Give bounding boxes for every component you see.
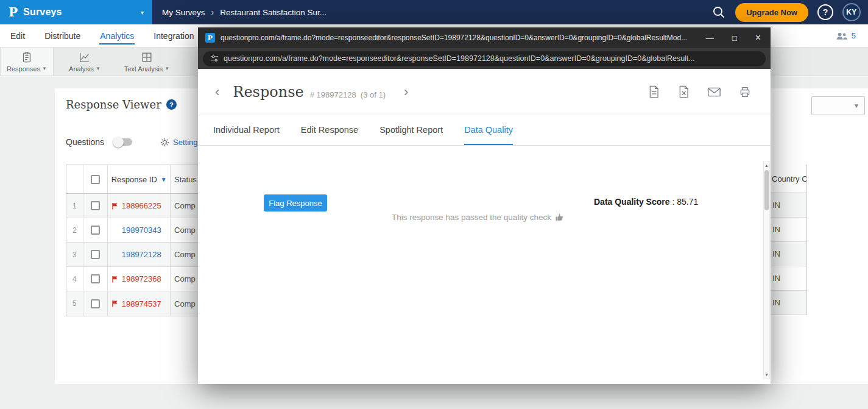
- export-actions: [648, 85, 751, 98]
- window-title: questionpro.com/a/frame.do?mode=response…: [221, 34, 692, 42]
- scroll-down-icon[interactable]: ▼: [764, 371, 769, 379]
- nav-item-integration[interactable]: Integration: [153, 25, 194, 47]
- nav-item-edit[interactable]: Edit: [10, 25, 26, 47]
- flag-icon: [111, 202, 119, 210]
- envelope-icon: [708, 87, 721, 97]
- scrollbar-thumb[interactable]: [764, 170, 769, 210]
- next-response-icon[interactable]: ›: [399, 84, 413, 100]
- flag-response-button[interactable]: Flag Response: [264, 194, 327, 212]
- flag-icon: [111, 276, 119, 283]
- product-switcher[interactable]: P Surveys ▾: [0, 0, 152, 24]
- help-badge-icon[interactable]: ?: [166, 99, 177, 110]
- user-avatar[interactable]: KY: [842, 3, 861, 21]
- row-number: 2: [66, 218, 83, 242]
- settings-link[interactable]: Settings: [173, 138, 202, 147]
- tab-individual-report[interactable]: Individual Report: [213, 115, 280, 145]
- gear-icon: [160, 138, 169, 147]
- page-title: Response Viewer: [66, 98, 161, 111]
- toolbar-item-responses[interactable]: Responses▼: [0, 48, 54, 76]
- breadcrumb-survey-name[interactable]: Restaurant Satisfaction Sur...: [220, 8, 326, 17]
- quality-check-message: This response has passed the quality che…: [392, 213, 564, 222]
- response-title: Response: [233, 84, 303, 101]
- row-number: 5: [66, 291, 83, 316]
- print-button[interactable]: [739, 86, 751, 98]
- pdf-export-button[interactable]: [648, 85, 660, 98]
- url-pill[interactable]: questionpro.com/a/frame.do?mode=response…: [203, 51, 766, 66]
- modal-scrollbar[interactable]: ▲ ▼: [763, 162, 770, 379]
- breadcrumb: My Surveys › Restaurant Satisfaction Sur…: [162, 7, 326, 17]
- maximize-button[interactable]: □: [732, 34, 737, 42]
- minimize-button[interactable]: —: [706, 34, 714, 42]
- address-bar[interactable]: questionpro.com/a/frame.do?mode=response…: [198, 48, 771, 69]
- window-titlebar[interactable]: P questionpro.com/a/frame.do?mode=respon…: [198, 27, 771, 48]
- response-tabs: Individual Report Edit Response Spotligh…: [198, 115, 771, 146]
- toolbar-item-text-analysis[interactable]: Text Analysis▼: [116, 48, 178, 76]
- country-column-fragment: Country Co IN IN IN IN IN: [771, 165, 807, 315]
- filter-dropdown[interactable]: ▼: [811, 96, 865, 115]
- search-button[interactable]: [711, 5, 726, 20]
- topbar-actions: Upgrade Now ? KY: [711, 3, 868, 22]
- sort-chevron-icon[interactable]: ▼: [161, 176, 167, 183]
- row-number: 4: [66, 267, 83, 291]
- excel-file-icon: [678, 85, 690, 98]
- questions-label: Questions: [66, 137, 104, 147]
- response-id-link[interactable]: 198972368: [122, 274, 161, 283]
- collaborators[interactable]: 5: [836, 31, 858, 40]
- quality-message-text: This response has passed the quality che…: [392, 213, 551, 222]
- response-id-link[interactable]: 198970343: [122, 226, 161, 235]
- tab-spotlight-report[interactable]: Spotlight Report: [379, 115, 443, 145]
- country-cell: IN: [771, 193, 806, 218]
- response-editor-body: ‹ Response # 198972128 (3 of 1) › I: [198, 69, 771, 384]
- chevron-down-icon[interactable]: ▾: [141, 9, 144, 16]
- score-value: : 85.71: [670, 197, 699, 207]
- questions-toggle[interactable]: [114, 138, 132, 146]
- analysis-icon: [79, 51, 91, 63]
- response-id-link[interactable]: 198972128: [122, 250, 161, 259]
- response-id-link[interactable]: 198974537: [122, 299, 161, 308]
- brand-name: Surveys: [23, 7, 62, 18]
- chevron-down-icon: ▼: [853, 102, 859, 109]
- scroll-up-icon[interactable]: ▲: [764, 162, 769, 169]
- text-analysis-icon: [141, 51, 153, 63]
- tab-data-quality[interactable]: Data Quality: [464, 115, 513, 145]
- nav-item-distribute[interactable]: Distribute: [44, 25, 81, 47]
- toggle-knob: [113, 137, 124, 148]
- search-icon: [711, 5, 726, 20]
- select-all-checkbox[interactable]: [91, 175, 100, 184]
- toolbar-item-analysis[interactable]: Analysis▼: [58, 48, 111, 76]
- flag-icon: [111, 300, 119, 307]
- response-meta: # 198972128 (3 of 1): [310, 90, 386, 99]
- data-quality-content: Flag Response Data Quality Score : 85.71…: [198, 146, 771, 384]
- tab-edit-response[interactable]: Edit Response: [301, 115, 358, 145]
- row-checkbox[interactable]: [91, 274, 100, 283]
- questions-controls: Questions Settings: [66, 137, 202, 147]
- data-quality-score: Data Quality Score : 85.71: [594, 197, 698, 207]
- settings-gear[interactable]: [160, 138, 169, 147]
- questionpro-favicon-icon: P: [205, 33, 215, 43]
- pdf-file-icon: [648, 85, 660, 98]
- row-checkbox[interactable]: [91, 250, 100, 259]
- close-button[interactable]: ×: [755, 33, 761, 43]
- top-bar: P Surveys ▾ My Surveys › Restaurant Sati…: [0, 0, 868, 24]
- questionpro-logo-icon: P: [9, 5, 18, 20]
- site-info-icon: [210, 54, 219, 63]
- upgrade-now-button[interactable]: Upgrade Now: [735, 3, 808, 22]
- page-head: Response Viewer ?: [66, 98, 177, 111]
- breadcrumb-my-surveys[interactable]: My Surveys: [162, 8, 205, 17]
- nav-item-analytics[interactable]: Analytics: [99, 25, 135, 47]
- row-checkbox[interactable]: [91, 299, 100, 308]
- response-id-link[interactable]: 198966225: [122, 201, 161, 210]
- row-checkbox[interactable]: [91, 226, 100, 235]
- toolbar-label-text-analysis: Text Analysis: [124, 65, 163, 73]
- address-url: questionpro.com/a/frame.do?mode=response…: [224, 54, 695, 63]
- people-icon: [836, 32, 848, 40]
- column-header-country: Country Co: [771, 165, 806, 193]
- previous-response-icon[interactable]: ‹: [210, 84, 224, 100]
- email-button[interactable]: [708, 87, 721, 97]
- country-cell: IN: [771, 242, 806, 266]
- row-checkbox[interactable]: [91, 201, 100, 210]
- help-button[interactable]: ?: [817, 4, 833, 20]
- excel-export-button[interactable]: [678, 85, 690, 98]
- thumbs-up-icon: [555, 213, 564, 222]
- breadcrumb-separator-icon: ›: [211, 7, 214, 17]
